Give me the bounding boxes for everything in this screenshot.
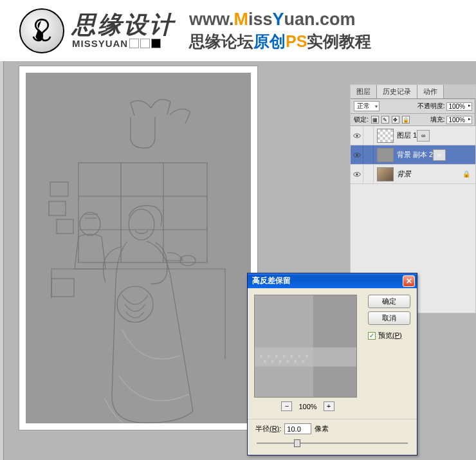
layer-name: 图层 1 bbox=[397, 131, 417, 140]
indicator-box-filled bbox=[151, 39, 161, 48]
brand-name: 思缘设计 bbox=[72, 13, 175, 37]
subtitle: 思缘论坛原创PS实例教程 bbox=[189, 31, 371, 52]
svg-point-29 bbox=[306, 355, 308, 358]
filter-preview[interactable] bbox=[254, 295, 357, 398]
logo-icon bbox=[19, 8, 64, 53]
canvas-document[interactable] bbox=[19, 66, 257, 430]
layer-name: 背景 副本 2 bbox=[397, 150, 433, 160]
layer-thumbnail bbox=[377, 148, 394, 162]
layer-name: 背景 bbox=[397, 169, 411, 179]
lock-all-icon[interactable]: 🔒 bbox=[402, 116, 410, 124]
svg-point-31 bbox=[271, 360, 274, 363]
opacity-label: 不透明度: bbox=[417, 102, 445, 111]
fill-label: 填充: bbox=[430, 115, 445, 124]
lock-paint-icon[interactable]: ✎ bbox=[381, 116, 389, 124]
svg-point-34 bbox=[294, 360, 297, 363]
svg-rect-21 bbox=[255, 295, 313, 397]
visibility-eye-icon[interactable] bbox=[353, 133, 361, 138]
layer-link-icon[interactable]: ∞ bbox=[417, 130, 430, 142]
dialog-title: 高反差保留 bbox=[252, 275, 291, 286]
indicator-box bbox=[129, 39, 139, 48]
ok-button[interactable]: 确定 bbox=[368, 295, 410, 308]
header-text-block: www.MissYuan.com 思缘论坛原创PS实例教程 bbox=[189, 10, 371, 52]
tab-layers[interactable]: 图层 bbox=[351, 85, 377, 98]
svg-rect-0 bbox=[26, 73, 251, 423]
svg-point-30 bbox=[264, 360, 266, 363]
layer-thumbnail bbox=[377, 167, 394, 181]
opacity-value[interactable]: 100% bbox=[446, 102, 472, 111]
svg-point-19 bbox=[356, 173, 358, 175]
canvas-image-highpass bbox=[26, 73, 251, 423]
zoom-out-button[interactable]: − bbox=[281, 401, 292, 411]
visibility-eye-icon[interactable] bbox=[353, 172, 361, 177]
high-pass-dialog: 高反差保留 ✕ − 100 bbox=[247, 273, 417, 455]
svg-point-35 bbox=[302, 360, 304, 363]
zoom-level: 100% bbox=[298, 403, 316, 410]
fill-value[interactable]: 100% bbox=[446, 116, 472, 124]
preview-label: 预览(P) bbox=[378, 331, 402, 340]
tab-actions[interactable]: 动作 bbox=[417, 85, 444, 98]
visibility-eye-icon[interactable] bbox=[353, 152, 361, 158]
radius-label: 半径(R): bbox=[255, 424, 281, 434]
lock-label: 锁定: bbox=[354, 115, 369, 124]
lock-icon: 🔒 bbox=[462, 170, 470, 178]
svg-point-17 bbox=[356, 154, 358, 156]
preview-checkbox[interactable]: ✓ bbox=[368, 332, 376, 340]
brand-logo-block: 思缘设计 MISSYUAN bbox=[19, 8, 175, 53]
svg-point-28 bbox=[298, 355, 300, 358]
cancel-button[interactable]: 取消 bbox=[368, 311, 410, 325]
svg-point-27 bbox=[290, 355, 293, 358]
layer-row-selected[interactable]: 背景 副本 2 ∞ bbox=[351, 145, 475, 165]
tool-strip bbox=[0, 61, 4, 460]
svg-point-23 bbox=[260, 355, 262, 358]
lock-move-icon[interactable]: ✥ bbox=[392, 116, 399, 124]
indicator-box bbox=[140, 39, 150, 48]
layer-row[interactable]: 背景 🔒 bbox=[351, 165, 475, 184]
svg-point-15 bbox=[356, 134, 358, 136]
close-button[interactable]: ✕ bbox=[403, 275, 415, 287]
layer-link-icon[interactable]: ∞ bbox=[433, 149, 446, 161]
radius-slider[interactable] bbox=[257, 438, 408, 448]
svg-point-25 bbox=[275, 355, 278, 358]
svg-point-24 bbox=[268, 355, 270, 358]
lock-transparent-icon[interactable]: ▦ bbox=[371, 116, 379, 124]
tab-history[interactable]: 历史记录 bbox=[377, 85, 417, 98]
layer-row[interactable]: 图层 1 ∞ bbox=[351, 126, 475, 145]
dialog-titlebar[interactable]: 高反差保留 ✕ bbox=[248, 273, 417, 288]
svg-point-33 bbox=[286, 360, 289, 363]
radius-input[interactable] bbox=[284, 423, 311, 434]
svg-rect-22 bbox=[255, 347, 356, 367]
radius-unit: 像素 bbox=[315, 424, 329, 434]
blend-mode-select[interactable]: 正常 bbox=[354, 101, 380, 111]
slider-thumb[interactable] bbox=[294, 439, 300, 447]
brand-subname: MISSYUAN bbox=[72, 38, 128, 49]
zoom-in-button[interactable]: + bbox=[324, 401, 334, 411]
svg-point-32 bbox=[279, 360, 282, 363]
layer-thumbnail bbox=[377, 129, 394, 143]
svg-point-26 bbox=[282, 355, 285, 358]
site-url: www.MissYuan.com bbox=[189, 10, 371, 30]
